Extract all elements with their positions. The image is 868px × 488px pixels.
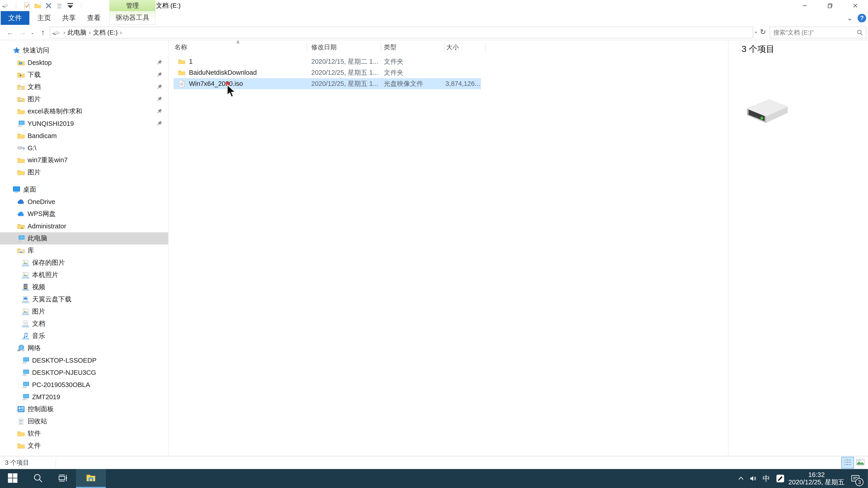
qat-icon[interactable] [45,2,53,9]
sidebar-item[interactable]: Bandicam [0,130,168,142]
file-row[interactable]: BaiduNetdiskDownload 2020/12/25, 星期五 1..… [174,67,481,78]
sidebar-item[interactable]: DESKTOP-LSSOEDP [0,354,168,366]
address-field[interactable]: › 此电脑 › 文档 (E:) › [50,27,753,38]
sidebar-item-icon [22,320,29,328]
sidebar-item[interactable]: 文档 [0,81,168,93]
tab-file[interactable]: 文件 [1,11,29,25]
sidebar-item[interactable]: OneDrive [0,196,168,208]
details-pane: 3 个项目 [728,40,868,456]
sidebar-item-icon [17,247,25,254]
breadcrumb-chevron[interactable]: › [88,29,92,36]
pin-icon [156,120,163,127]
ribbon-tab[interactable]: 查看 [81,11,106,25]
sidebar-item[interactable]: 本机照片 [0,269,168,281]
view-toggle-button[interactable] [841,457,854,468]
sidebar-item[interactable]: 图片 [0,93,168,105]
file-list-pane[interactable]: ∧ 名称 修改日期 类型 大小 1 2020/12/15, 星期二 1... 文… [169,40,728,456]
column-header-name[interactable]: 名称 [175,41,187,53]
sidebar-item[interactable]: 文档 [0,318,168,330]
sidebar-item-icon [17,418,25,425]
file-rows: 1 2020/12/15, 星期二 1... 文件夹 BaiduNetdiskD… [169,56,486,89]
sidebar-item[interactable]: Administrator [0,220,168,232]
ribbon-tab[interactable]: 主页 [32,11,57,25]
refresh-icon[interactable]: ↻ [760,28,766,36]
qat-icon[interactable] [66,2,74,9]
qat-icon[interactable] [56,2,63,9]
sidebar-item-icon [22,357,29,364]
taskbar-button[interactable] [51,469,76,488]
pen-app-icon[interactable] [773,469,787,488]
sidebar-item[interactable]: 文件 [0,440,168,452]
sidebar-item[interactable]: Desktop [0,57,168,69]
sidebar-item[interactable]: YUNQISHI2019 [0,118,168,130]
sidebar-item[interactable]: 桌面 [0,184,168,196]
ribbon-tab[interactable]: 共享 [57,11,81,25]
sidebar-item[interactable]: 保存的图片 [0,257,168,269]
qat-icon[interactable] [1,2,9,9]
qat-icon[interactable] [34,2,41,9]
taskbar-button[interactable] [76,469,106,488]
sidebar-item[interactable]: DESKTOP-NJEU3CG [0,366,168,379]
sidebar-item[interactable]: 音乐 [0,330,168,342]
column-divider[interactable] [485,42,486,52]
sidebar-item[interactable]: 控制面板 [0,403,168,415]
sidebar-item[interactable]: WPS网盘 [0,208,168,220]
taskbar-button[interactable] [0,469,25,488]
qat-icon[interactable] [12,2,20,9]
sidebar-item[interactable]: 图片 [0,166,168,178]
sidebar-item[interactable]: 网络 [0,342,168,354]
qat-icon[interactable] [77,2,85,9]
sidebar-item[interactable]: 视频 [0,281,168,293]
address-dropdown-icon[interactable]: ⌄ [754,28,758,34]
ime-indicator[interactable]: 中 [760,474,773,484]
minimize-button[interactable] [792,0,817,11]
pin-icon [156,96,163,102]
ribbon-collapse-icon[interactable]: ⌄ [847,14,852,22]
restore-button[interactable] [817,0,843,11]
recent-locations-icon[interactable]: ⌄ [28,25,37,40]
forward-button[interactable]: → [17,25,28,40]
view-toggle-icon [856,458,864,467]
sidebar-item[interactable]: 此电脑 [0,232,168,245]
column-header-size[interactable]: 大小 [446,41,459,53]
search-input[interactable] [770,29,857,36]
close-button[interactable] [843,0,868,11]
sidebar-item[interactable]: excel表格制作求和 [0,105,168,118]
column-divider[interactable] [444,42,445,52]
column-divider[interactable] [381,42,381,52]
sidebar-item[interactable]: 图片 [0,305,168,318]
sidebar-item[interactable]: PC-20190530OBLA [0,379,168,391]
sidebar-item[interactable]: 回收站 [0,415,168,427]
search-icon[interactable] [857,29,863,36]
up-button[interactable]: ↑ [37,25,49,40]
column-divider[interactable] [307,42,307,52]
sidebar-item[interactable]: ZMT2019 [0,391,168,403]
action-center-icon[interactable]: 3 [845,469,865,488]
tab-drive-tools[interactable]: 驱动器工具 [110,11,156,25]
file-row[interactable]: 1 2020/12/15, 星期二 1... 文件夹 [174,56,481,67]
breadcrumb-chevron[interactable]: › [119,29,123,36]
sidebar-item[interactable]: 快速访问 [0,44,168,57]
sidebar-item[interactable]: 库 [0,245,168,257]
details-item-count: 3 个项目 [742,43,775,55]
sidebar-item-icon [17,210,25,218]
breadcrumb-drive-e[interactable]: 文档 (E:) [92,28,119,37]
sidebar-item[interactable]: 下载 [0,69,168,81]
sidebar-item[interactable]: ? G:\ [0,142,168,154]
sidebar-item[interactable]: 天翼云盘下载 [0,293,168,305]
sidebar-item[interactable]: win7重装win7 [0,154,168,166]
column-header-date[interactable]: 修改日期 [311,41,337,53]
back-button[interactable]: ← [4,25,17,40]
file-row[interactable]: Win7x64_2020.iso 2020/12/25, 星期五 1... 光盘… [174,78,481,89]
view-toggle-button[interactable] [854,457,867,468]
sidebar-item-icon [13,46,20,54]
help-button[interactable]: ? [858,14,866,22]
breadcrumb-this-pc[interactable]: 此电脑 [66,28,88,37]
sidebar-item[interactable]: 软件 [0,427,168,440]
chevron-up-icon[interactable] [735,469,747,488]
volume-icon[interactable] [747,469,760,488]
taskbar-clock[interactable]: 16:32 2020/12/25, 星期五 [787,471,845,486]
qat-icon[interactable] [23,2,31,9]
column-header-type[interactable]: 类型 [384,41,397,53]
taskbar-button[interactable] [25,469,51,488]
